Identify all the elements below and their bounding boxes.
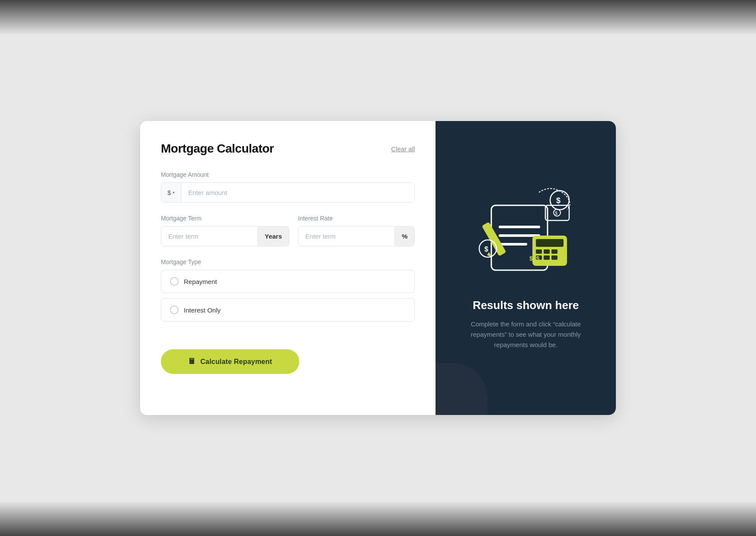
- currency-chevron-icon: ▾: [173, 190, 175, 195]
- svg-text:$: $: [484, 246, 488, 253]
- svg-rect-7: [536, 239, 564, 247]
- right-panel: $ $ $ $$$ Results shown here Complete th…: [436, 121, 616, 415]
- mortgage-term-label: Mortgage Term: [161, 215, 289, 222]
- svg-rect-12: [544, 255, 550, 260]
- currency-selector[interactable]: $ ▾: [161, 183, 181, 202]
- mortgage-term-input-wrapper: Years: [161, 226, 289, 246]
- interest-only-option[interactable]: Interest Only: [161, 298, 415, 322]
- mortgage-type-section: Mortgage Type Repayment Interest Only: [161, 258, 415, 322]
- interest-rate-input-wrapper: %: [298, 226, 415, 246]
- svg-text:$$$: $$$: [529, 255, 540, 262]
- calculator-icon: 🖩: [188, 357, 196, 366]
- rate-percent-suffix: %: [394, 227, 414, 246]
- results-subtitle: Complete the form and click “calculate r…: [457, 319, 595, 350]
- interest-rate-input[interactable]: [298, 227, 394, 246]
- interest-rate-field: Interest Rate %: [298, 215, 415, 246]
- mortgage-term-field: Mortgage Term Years: [161, 215, 289, 246]
- currency-symbol: $: [167, 189, 171, 196]
- mortgage-type-label: Mortgage Type: [161, 258, 415, 265]
- svg-text:$: $: [556, 196, 561, 205]
- svg-rect-8: [536, 249, 542, 254]
- svg-text:$: $: [555, 211, 557, 216]
- mortgage-amount-label: Mortgage Amount: [161, 171, 415, 178]
- repayment-label: Repayment: [184, 278, 217, 285]
- mortgage-amount-input-wrapper: $ ▾: [161, 182, 415, 203]
- mortgage-term-input[interactable]: [161, 227, 257, 246]
- mortgage-amount-input[interactable]: [181, 183, 414, 202]
- interest-rate-label: Interest Rate: [298, 215, 415, 222]
- term-rate-section: Mortgage Term Years Interest Rate %: [161, 215, 415, 246]
- clear-all-button[interactable]: Clear all: [391, 145, 415, 153]
- term-years-suffix: Years: [257, 227, 289, 246]
- svg-rect-9: [544, 249, 550, 254]
- header-row: Mortgage Calculator Clear all: [161, 142, 415, 156]
- svg-rect-13: [551, 255, 557, 260]
- results-title: Results shown here: [473, 299, 579, 312]
- repayment-option[interactable]: Repayment: [161, 270, 415, 293]
- calculate-button[interactable]: 🖩 Calculate Repayment: [161, 349, 299, 374]
- svg-rect-10: [551, 249, 557, 254]
- interest-only-radio[interactable]: [170, 306, 179, 314]
- page-title: Mortgage Calculator: [161, 142, 274, 156]
- calculate-button-label: Calculate Repayment: [200, 358, 272, 366]
- mortgage-amount-section: Mortgage Amount $ ▾: [161, 171, 415, 203]
- left-panel: Mortgage Calculator Clear all Mortgage A…: [140, 121, 436, 415]
- page-wrapper: Mortgage Calculator Clear all Mortgage A…: [140, 121, 616, 415]
- results-illustration: $ $ $ $$$: [465, 179, 586, 283]
- interest-only-label: Interest Only: [184, 306, 221, 314]
- repayment-radio[interactable]: [170, 277, 179, 286]
